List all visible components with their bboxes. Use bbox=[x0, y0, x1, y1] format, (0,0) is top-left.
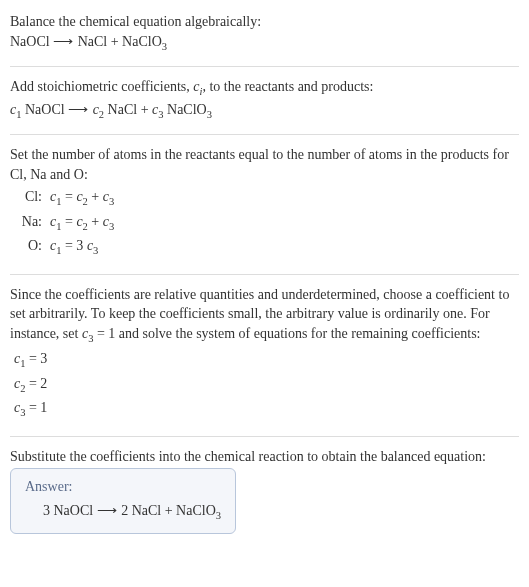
atom-label: Cl: bbox=[10, 186, 46, 210]
atom-label: O: bbox=[10, 235, 46, 259]
atom-equation: c1 = 3 c3 bbox=[46, 235, 118, 259]
coef-equation: c2 = 2 bbox=[10, 373, 51, 397]
atoms-section: Set the number of atoms in the reactants… bbox=[10, 139, 519, 270]
atom-label: Na: bbox=[10, 211, 46, 235]
intro-text: Balance the chemical equation algebraica… bbox=[10, 12, 519, 32]
answer-box: Answer: 3 NaOCl ⟶ 2 NaCl + NaClO3 bbox=[10, 468, 236, 534]
solve-tbody: c1 = 3 c2 = 2 c3 = 1 bbox=[10, 348, 51, 421]
intro-reaction: NaOCl ⟶ NaCl + NaClO3 bbox=[10, 32, 519, 54]
coef-equation: c1 = 3 bbox=[10, 348, 51, 372]
divider bbox=[10, 436, 519, 437]
table-row: O: c1 = 3 c3 bbox=[10, 235, 118, 259]
intro-section: Balance the chemical equation algebraica… bbox=[10, 6, 519, 62]
substitute-section: Substitute the coefficients into the che… bbox=[10, 441, 519, 543]
solve-equations: c1 = 3 c2 = 2 c3 = 1 bbox=[10, 348, 51, 421]
atoms-equations: Cl: c1 = c2 + c3 Na: c1 = c2 + c3 O: c1 … bbox=[10, 186, 118, 259]
table-row: c3 = 1 bbox=[10, 397, 51, 421]
table-row: c2 = 2 bbox=[10, 373, 51, 397]
divider bbox=[10, 134, 519, 135]
atom-equation: c1 = c2 + c3 bbox=[46, 211, 118, 235]
coefficients-text: Add stoichiometric coefficients, ci, to … bbox=[10, 77, 519, 99]
solve-text: Since the coefficients are relative quan… bbox=[10, 285, 519, 347]
divider bbox=[10, 66, 519, 67]
table-row: c1 = 3 bbox=[10, 348, 51, 372]
atoms-text: Set the number of atoms in the reactants… bbox=[10, 145, 519, 184]
answer-reaction: 3 NaOCl ⟶ 2 NaCl + NaClO3 bbox=[25, 501, 221, 523]
atoms-tbody: Cl: c1 = c2 + c3 Na: c1 = c2 + c3 O: c1 … bbox=[10, 186, 118, 259]
table-row: Na: c1 = c2 + c3 bbox=[10, 211, 118, 235]
coef-equation: c3 = 1 bbox=[10, 397, 51, 421]
table-row: Cl: c1 = c2 + c3 bbox=[10, 186, 118, 210]
coefficients-reaction: c1 NaOCl ⟶ c2 NaCl + c3 NaClO3 bbox=[10, 100, 519, 122]
atom-equation: c1 = c2 + c3 bbox=[46, 186, 118, 210]
divider bbox=[10, 274, 519, 275]
solve-section: Since the coefficients are relative quan… bbox=[10, 279, 519, 432]
answer-label: Answer: bbox=[25, 477, 221, 497]
substitute-text: Substitute the coefficients into the che… bbox=[10, 447, 519, 467]
coefficients-section: Add stoichiometric coefficients, ci, to … bbox=[10, 71, 519, 130]
